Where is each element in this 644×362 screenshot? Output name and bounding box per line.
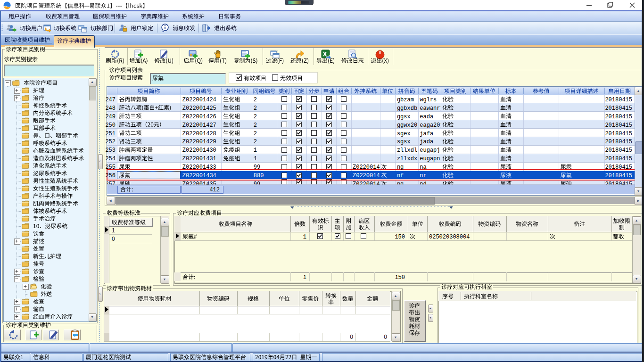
svg-text:▼: ▼	[394, 336, 397, 339]
svg-text:◀: ◀	[109, 199, 112, 202]
svg-text:▼: ▼	[635, 277, 638, 280]
svg-text:▲: ▲	[163, 220, 166, 223]
svg-text:▶: ▶	[637, 199, 640, 202]
svg-text:‹: ‹	[99, 159, 101, 164]
svg-text:▼: ▼	[637, 189, 640, 193]
svg-text:‹: ‹	[99, 291, 101, 296]
svg-text:▲: ▲	[637, 89, 640, 92]
svg-text:◂: ◂	[429, 316, 431, 319]
svg-text:▲: ▲	[394, 294, 397, 297]
svg-text:▼: ▼	[163, 278, 166, 281]
svg-text:◂: ◂	[429, 306, 431, 310]
svg-text:▲: ▲	[635, 219, 638, 222]
